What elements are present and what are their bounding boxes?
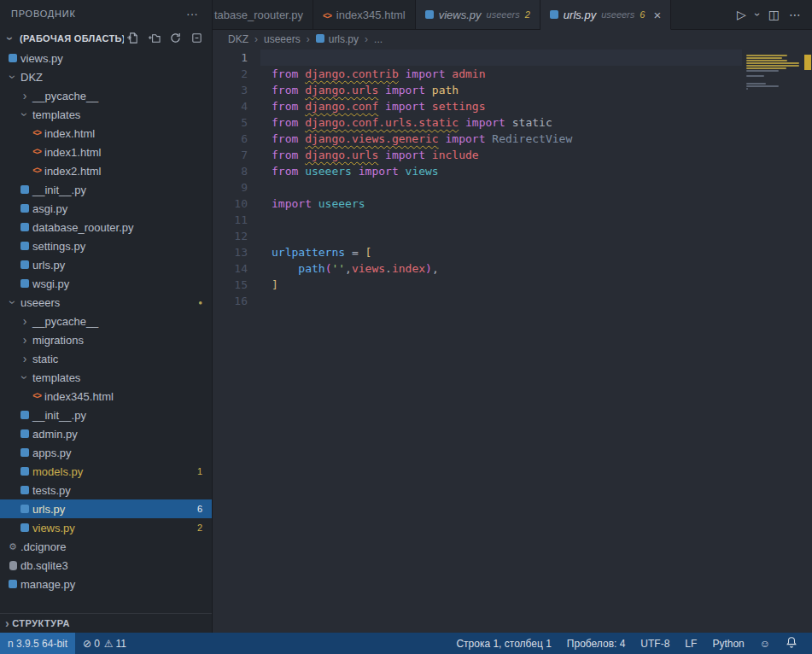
tree-item-admin-py[interactable]: admin.py xyxy=(0,424,212,443)
breadcrumb-item-useeers[interactable]: useeers xyxy=(264,33,301,45)
tab-views-py[interactable]: views.pyuseeers2 xyxy=(416,0,540,29)
collapse-folders-icon[interactable] xyxy=(190,32,203,45)
tree-item-apps-py[interactable]: apps.py xyxy=(0,443,212,462)
code-line[interactable]: 8from useeers import views xyxy=(213,163,742,179)
tree-item-label: index345.html xyxy=(44,390,114,403)
status-python-interpreter[interactable]: n 3.9.5 64-bit xyxy=(0,633,75,654)
code-editor[interactable]: 12from django.contrib import admin3from … xyxy=(213,49,812,633)
tree-item-views-py[interactable]: views.py2 xyxy=(0,518,212,537)
code-area: 12from django.contrib import admin3from … xyxy=(213,50,742,309)
tree-item-db-sqlite3[interactable]: db.sqlite3 xyxy=(0,556,212,575)
code-text: import useeers xyxy=(260,196,742,212)
code-line[interactable]: 14 path('',views.index), xyxy=(213,260,742,277)
warning-icon: ⚠11 xyxy=(104,638,126,650)
python-file-icon xyxy=(17,260,32,269)
status-eol[interactable]: LF xyxy=(677,633,704,654)
split-editor-icon[interactable]: ◫ xyxy=(768,8,780,21)
workspace-section-header[interactable]: › (РАБОЧАЯ ОБЛАСТЬ) ... xyxy=(0,27,212,49)
python-file-icon xyxy=(17,204,32,213)
tree-item-init-py[interactable]: __init__.py xyxy=(0,180,212,199)
code-text: from django.urls import path xyxy=(260,82,742,98)
tree-item-wsgi-py[interactable]: wsgi.py xyxy=(0,274,212,293)
tree-item-urls-py[interactable]: urls.py xyxy=(0,255,212,274)
tree-item-index2-html[interactable]: <>index2.html xyxy=(0,161,212,180)
tree-item-templates[interactable]: ›templates xyxy=(0,105,212,124)
status-feedback-icon[interactable]: ☺ xyxy=(752,633,778,654)
tree-item-static[interactable]: ›static xyxy=(0,349,212,368)
explorer-more-actions-icon[interactable]: ··· xyxy=(186,7,198,20)
status-bar-left: n 3.9.5 64-bit⊘0⚠11 xyxy=(0,633,134,654)
code-line[interactable]: 4from django.conf import settings xyxy=(213,98,742,114)
refresh-explorer-icon[interactable] xyxy=(168,32,182,45)
status-encoding[interactable]: UTF-8 xyxy=(633,633,677,654)
status-cursor-position[interactable]: Строка 1, столбец 1 xyxy=(448,633,558,654)
code-line[interactable]: 13urlpatterns = [ xyxy=(213,244,742,260)
breadcrumb-item-urls-py[interactable]: urls.py xyxy=(316,33,359,45)
tree-item-dcignore[interactable]: ⚙.dcignore xyxy=(0,537,212,556)
tree-item-pycache[interactable]: ›__pycache__ xyxy=(0,86,212,105)
tree-item-models-py[interactable]: models.py1 xyxy=(0,462,212,481)
code-line[interactable]: 3from django.urls import path xyxy=(213,82,742,98)
tree-item-migrations[interactable]: ›migrations xyxy=(0,330,212,349)
tree-item-tests-py[interactable]: tests.py xyxy=(0,481,212,499)
tree-item-init-py[interactable]: __init__.py xyxy=(0,406,212,424)
tab-index345-html[interactable]: <>index345.html xyxy=(313,0,416,29)
tree-item-label: useeers xyxy=(20,296,60,309)
breadcrumb-separator-icon: › xyxy=(307,33,310,45)
tree-item-templates[interactable]: ›templates xyxy=(0,368,212,387)
code-line[interactable]: 6from django.views.generic import Redire… xyxy=(213,131,742,147)
editor-group: tabase_roouter.py<>index345.htmlviews.py… xyxy=(213,0,812,633)
tree-item-settings-py[interactable]: settings.py xyxy=(0,236,212,255)
code-line[interactable]: 7from django.urls import include xyxy=(213,147,742,163)
code-line[interactable]: 2from django.contrib import admin xyxy=(213,66,742,82)
status-problems[interactable]: ⊘0⚠11 xyxy=(75,633,134,654)
line-number: 14 xyxy=(213,260,260,277)
tree-item-dkz[interactable]: ›DKZ xyxy=(0,67,212,86)
new-folder-icon[interactable] xyxy=(147,32,161,45)
tree-item-manage-py[interactable]: manage.py xyxy=(0,575,212,593)
tab-tabase-roouter-py[interactable]: tabase_roouter.py xyxy=(213,0,313,29)
code-line[interactable]: 15] xyxy=(213,277,742,293)
tree-item-label: asgi.py xyxy=(32,202,67,215)
code-line[interactable]: 9 xyxy=(213,179,742,196)
run-dropdown-icon[interactable]: › xyxy=(756,9,759,20)
status-language-mode[interactable]: Python xyxy=(704,633,751,654)
tab-problems-badge: 6 xyxy=(640,9,645,20)
code-line[interactable]: 5from django.conf.urls.static import sta… xyxy=(213,114,742,131)
new-file-icon[interactable] xyxy=(126,32,139,45)
tab-urls-py[interactable]: urls.pyuseeers6× xyxy=(540,0,671,30)
tree-item-index-html[interactable]: <>index.html xyxy=(0,124,212,143)
code-line[interactable]: 12 xyxy=(213,228,742,244)
tree-item-views-py[interactable]: views.py xyxy=(0,49,212,67)
modified-dot-icon: ● xyxy=(198,299,202,307)
status-label: UTF-8 xyxy=(640,638,669,650)
breadcrumb-item-[interactable]: ... xyxy=(374,33,383,45)
tree-item-pycache[interactable]: ›__pycache__ xyxy=(0,312,212,330)
python-file-icon xyxy=(17,467,32,476)
close-icon[interactable]: × xyxy=(653,9,661,21)
tree-item-index1-html[interactable]: <>index1.html xyxy=(0,143,212,161)
tree-item-label: templates xyxy=(32,108,80,121)
status-indentation[interactable]: Пробелов: 4 xyxy=(559,633,634,654)
line-number: 3 xyxy=(213,82,260,98)
python-file-icon xyxy=(425,9,434,21)
python-file-icon xyxy=(17,505,32,513)
status-bell-icon[interactable] xyxy=(778,633,805,654)
overview-ruler[interactable] xyxy=(803,49,812,633)
tree-item-database-roouter-py[interactable]: database_roouter.py xyxy=(0,218,212,236)
code-line[interactable]: 11 xyxy=(213,212,742,228)
code-line[interactable]: 16 xyxy=(213,293,742,309)
more-actions-icon[interactable]: ⋯ xyxy=(789,8,801,21)
tree-item-urls-py[interactable]: urls.py6 xyxy=(0,499,212,518)
tree-item-index345-html[interactable]: <>index345.html xyxy=(0,387,212,406)
python-file-icon xyxy=(5,580,20,588)
minimap[interactable] xyxy=(746,52,801,93)
tree-item-asgi-py[interactable]: asgi.py xyxy=(0,199,212,218)
tree-item-useeers[interactable]: ›useeers● xyxy=(0,293,212,312)
breadcrumb-item-dkz[interactable]: DKZ xyxy=(228,33,248,45)
breadcrumb: DKZ›useeers›urls.py›... xyxy=(213,30,812,49)
run-python-file-icon[interactable]: ▷ xyxy=(737,8,746,21)
code-line[interactable]: 1 xyxy=(213,50,742,66)
outline-section-header[interactable]: › СТРУКТУРА xyxy=(0,613,212,633)
code-line[interactable]: 10import useeers xyxy=(213,196,742,212)
